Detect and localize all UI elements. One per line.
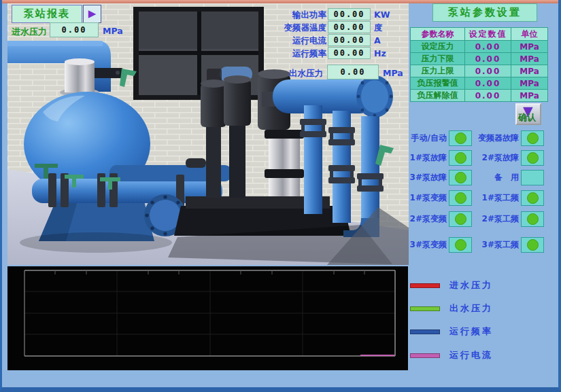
trend-chart xyxy=(7,266,408,370)
param-value[interactable]: 0.00 xyxy=(465,90,511,102)
inlet-pressure-unit: MPa xyxy=(103,26,123,36)
led-indicator xyxy=(455,132,466,144)
output-power-label: 输出功率 xyxy=(242,10,326,21)
param-name: 压力上限 xyxy=(411,65,465,77)
legend-swatch xyxy=(410,306,440,311)
settings-table: 参数名称 设定数值 单位 设定压力 0.00 MPa 压力下限 0.00 MPa… xyxy=(410,27,548,102)
inverter-temp-label: 变频器温度 xyxy=(242,22,326,34)
param-name: 设定压力 xyxy=(411,41,465,53)
led-indicator xyxy=(527,213,539,225)
param-unit: MPa xyxy=(511,41,548,53)
legend-item-inlet-pressure: 进水压力 xyxy=(410,281,493,290)
led-box xyxy=(521,211,544,227)
led-box xyxy=(449,211,472,227)
param-value[interactable]: 0.00 xyxy=(465,77,511,90)
outlet-pressure-label: 出水压力 xyxy=(289,68,323,79)
tank-cap xyxy=(60,58,99,96)
legend-item-run-current: 运行电流 xyxy=(410,351,493,360)
report-button[interactable]: 泵站报表 xyxy=(12,5,82,23)
inlet-pressure-label: 进水压力 xyxy=(12,26,47,38)
param-name: 压力下限 xyxy=(411,53,465,65)
led-indicator xyxy=(455,152,466,164)
run-current-unit: A xyxy=(374,35,381,46)
header-param-name: 参数名称 xyxy=(411,28,465,41)
table-row: 压力上限 0.00 MPa xyxy=(411,65,548,77)
settings-panel-title: 泵站参数设置 xyxy=(432,3,537,22)
led-indicator xyxy=(527,239,539,251)
table-row: 负压解除值 0.00 MPa xyxy=(411,90,548,102)
inverter-temp-value[interactable]: 00.00 xyxy=(328,21,371,33)
status-vfd-fault: 变频器故障 xyxy=(470,130,544,146)
run-frequency-unit: Hz xyxy=(374,48,386,58)
inverter-temp-unit: 度 xyxy=(374,22,383,34)
led-box xyxy=(449,130,472,146)
status-pump1-mains: 1#泵工频 xyxy=(470,190,544,206)
status-pump3-vfd: 3#泵变频 xyxy=(407,237,472,253)
outlet-pressure-unit: MPa xyxy=(383,68,403,78)
status-spare: 备 用 xyxy=(470,170,544,185)
output-power-value[interactable]: 00.00 xyxy=(328,8,371,20)
hmi-screen: 泵站报表 ▶ 进水压力 0.00 MPa 输出功率 00.00 KW 变频器温度… xyxy=(0,0,561,392)
legend-item-outlet-pressure: 出水压力 xyxy=(410,304,493,313)
led-box xyxy=(449,190,472,206)
param-value[interactable]: 0.00 xyxy=(465,41,511,53)
led-box xyxy=(449,237,472,253)
status-pump3-fault: 3#泵故障 xyxy=(407,170,472,185)
param-unit: MPa xyxy=(511,77,548,90)
legend-swatch xyxy=(410,283,440,288)
led-indicator xyxy=(527,192,539,204)
led-indicator xyxy=(527,132,539,144)
confirm-button[interactable]: ▼ 确认 xyxy=(515,103,541,125)
output-power-unit: KW xyxy=(374,10,390,20)
inlet-pressure-value[interactable]: 0.00 xyxy=(50,22,99,37)
settings-table-header: 参数名称 设定数值 单位 xyxy=(411,28,548,41)
led-box xyxy=(449,150,472,166)
status-pump2-mains: 2#泵工频 xyxy=(470,211,544,227)
led-box xyxy=(521,237,544,253)
status-pump1-fault: 1#泵故障 xyxy=(407,150,472,166)
run-frequency-value[interactable]: 00.00 xyxy=(328,47,371,59)
header-unit: 单位 xyxy=(511,28,548,41)
outlet-pressure-value[interactable]: 0.00 xyxy=(327,65,379,79)
play-icon: ▶ xyxy=(88,9,97,19)
tank-shadow xyxy=(20,232,172,253)
table-row: 负压报警值 0.00 MPa xyxy=(411,77,548,90)
param-value[interactable]: 0.00 xyxy=(465,53,511,65)
led-indicator xyxy=(455,192,466,204)
legend-swatch xyxy=(410,353,440,358)
report-play-button[interactable]: ▶ xyxy=(83,5,101,23)
legend-item-run-frequency: 运行频率 xyxy=(410,327,493,336)
led-box xyxy=(521,130,544,146)
run-frequency-label: 运行频率 xyxy=(242,48,326,60)
pump-column xyxy=(269,137,300,196)
status-pump1-vfd: 1#泵变频 xyxy=(407,190,472,206)
table-row: 设定压力 0.00 MPa xyxy=(411,41,548,53)
led-indicator xyxy=(527,152,539,164)
led-indicator xyxy=(455,239,466,251)
param-name: 负压解除值 xyxy=(411,90,465,102)
table-row: 压力下限 0.00 MPa xyxy=(411,53,548,65)
led-box xyxy=(521,150,544,166)
run-current-value[interactable]: 00.00 xyxy=(328,34,371,46)
led-box xyxy=(521,190,544,206)
led-indicator xyxy=(455,172,466,183)
legend-swatch xyxy=(410,329,440,334)
status-pump2-fault: 2#泵故障 xyxy=(470,150,544,166)
led-box xyxy=(449,170,472,185)
led-box xyxy=(521,170,544,185)
header-set-value: 设定数值 xyxy=(465,28,511,41)
status-pump3-mains: 3#泵工频 xyxy=(470,237,544,253)
run-current-label: 运行电流 xyxy=(242,35,326,47)
status-pump2-vfd: 2#泵变频 xyxy=(407,211,472,227)
param-unit: MPa xyxy=(511,90,548,102)
led-indicator xyxy=(455,213,466,225)
param-value[interactable]: 0.00 xyxy=(465,65,511,77)
status-manual-auto: 手动/自动 xyxy=(407,130,472,146)
param-unit: MPa xyxy=(511,53,548,65)
param-unit: MPa xyxy=(511,65,548,77)
param-name: 负压报警值 xyxy=(411,77,465,90)
confirm-label: 确认 xyxy=(518,111,536,124)
